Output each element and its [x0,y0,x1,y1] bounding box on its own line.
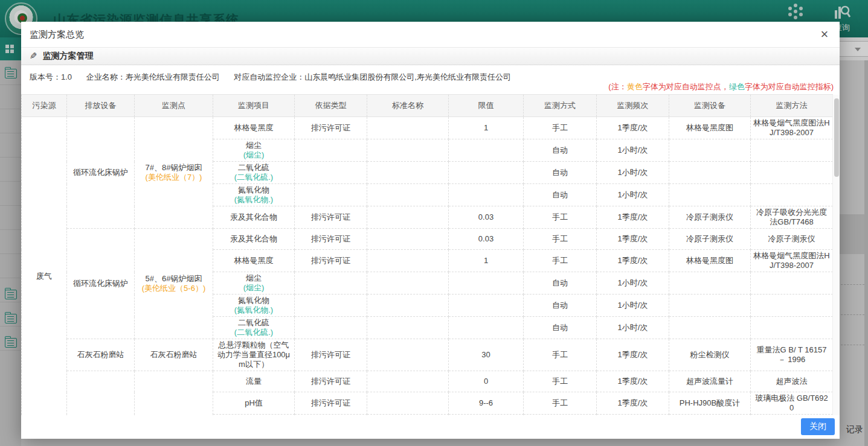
project-auto-ref: (烟尘) [216,283,292,293]
frequency-cell: 1季度/次 [597,371,669,392]
modal-footer: 关闭 [21,415,840,439]
project-cell: 林格曼黑度 [213,250,295,272]
close-icon[interactable]: × [817,27,832,42]
limit-cell [449,162,524,184]
device-cell [669,139,751,162]
project-name: 烟尘 [216,141,292,150]
table-row: 废气循环流化床锅炉7#、8#锅炉烟囱(美伦纸业（7）)林格曼黑度排污许可证1手工… [22,117,833,139]
plan-info-line: 版本号：1.0 企业名称：寿光美伦纸业有限责任公司 对应自动监控企业：山东晨鸣纸… [30,72,523,83]
mode-cell: 手工 [524,229,597,250]
section-title: 监测方案管理 [43,51,94,62]
frequency-cell: 1季度/次 [597,339,669,371]
table-scrollbar-track [832,95,840,415]
device-cell [669,184,751,206]
device-cell: 林格曼黑度图 [669,250,751,272]
standard-cell [367,162,449,184]
project-name: pH值 [216,398,292,408]
limit-cell: 0 [449,371,524,392]
project-auto-ref: (氮氧化物.) [216,305,292,315]
standard-cell [367,295,449,317]
source-cell: 废气 [22,117,67,416]
point-name: 5#、6#锅炉烟囱 [137,274,210,284]
project-cell: 二氧化硫(二氧化硫.) [213,162,295,184]
plan-info-area: 版本号：1.0 企业名称：寿光美伦纸业有限责任公司 对应自动监控企业：山东晨鸣纸… [21,65,840,94]
note-mid: 字体为对应自动监控点， [643,82,729,91]
frequency-cell: 1季度/次 [597,392,669,415]
standard-cell [367,229,449,250]
basis-cell: 排污许可证 [295,392,367,415]
project-cell: 林格曼黑度 [213,117,295,139]
mode-cell: 手工 [524,117,597,139]
project-name: 流量 [216,377,292,386]
device-cell: 超声波流量计 [669,371,751,392]
mode-cell: 自动 [524,295,597,317]
frequency-cell: 1小时/次 [597,139,669,162]
version-label: 版本号： [30,72,61,81]
note-suffix: 字体为对应自动监控指标) [745,82,834,91]
method-cell: 林格曼烟气黑度图法HJ/T398-2007 [751,250,833,272]
column-header: 限值 [449,95,524,117]
table-row: 流量排污许可证0手工1季度/次超声波流量计超声波法 [22,371,833,392]
project-name: 林格曼黑度 [216,123,292,133]
basis-cell: 排污许可证 [295,250,367,272]
column-header: 监测点 [135,95,213,117]
limit-cell [449,139,524,162]
equipment-cell: 循环流化床锅炉 [67,117,135,229]
method-cell: 重量法G B/ T 16157 － 1996 [751,339,833,371]
project-name: 总悬浮颗粒物（空气动力学当量直径100μm以下） [216,340,292,369]
device-cell [669,162,751,184]
project-cell: 汞及其化合物 [213,229,295,250]
point-cell: 5#、6#锅炉烟囱(美伦纸业（5-6）) [135,229,213,339]
note-green-word: 绿色 [729,82,745,91]
limit-cell [449,184,524,206]
frequency-cell: 1小时/次 [597,184,669,206]
basis-cell [295,139,367,162]
standard-cell [367,392,449,415]
method-cell: 林格曼烟气黑度图法HJ/T398-2007 [751,117,833,139]
plan-table-body: 废气循环流化床锅炉7#、8#锅炉烟囱(美伦纸业（7）)林格曼黑度排污许可证1手工… [22,117,833,416]
section-bar: ✎ 监测方案管理 [21,47,840,65]
mode-cell: 手工 [524,250,597,272]
project-name: 汞及其化合物 [216,234,292,244]
basis-cell: 排污许可证 [295,117,367,139]
column-header: 监测项目 [213,95,295,117]
limit-cell [449,295,524,317]
project-cell: 氮氧化物(氮氧化物.) [213,295,295,317]
project-cell: 氮氧化物(氮氧化物.) [213,184,295,206]
basis-cell [295,272,367,295]
column-header: 监测设备 [669,95,751,117]
frequency-cell: 1季度/次 [597,229,669,250]
monitoring-plan-modal: 监测方案总览 × ✎ 监测方案管理 版本号：1.0 企业名称：寿光美伦纸业有限责… [21,22,840,439]
standard-cell [367,339,449,371]
method-cell: 冷原子测汞仪 [751,229,833,250]
table-scrollbar-thumb[interactable] [834,98,839,177]
project-cell: 总悬浮颗粒物（空气动力学当量直径100μm以下） [213,339,295,371]
standard-cell [367,184,449,206]
project-cell: 流量 [213,371,295,392]
limit-cell: 0.03 [449,206,524,229]
method-cell: 冷原子吸收分光光度法GB/T7468 [751,206,833,229]
basis-cell: 排污许可证 [295,339,367,371]
color-legend-note: (注：黄色字体为对应自动监控点，绿色字体为对应自动监控指标) [608,81,834,92]
close-button[interactable]: 关闭 [801,418,835,435]
column-header: 监测方式 [524,95,597,117]
standard-cell [367,317,449,339]
project-name: 二氧化硫 [216,163,292,173]
point-cell: 石灰石粉磨站 [135,339,213,371]
project-name: 二氧化硫 [216,318,292,328]
table-header-row: 污染源排放设备监测点监测项目依据类型标准名称限值监测方式监测频次监测设备监测方法 [22,95,833,117]
limit-cell [449,317,524,339]
standard-cell [367,139,449,162]
method-cell [751,184,833,206]
mode-cell: 自动 [524,272,597,295]
auto-company-label: 对应自动监控企业： [234,72,304,81]
basis-cell: 排污许可证 [295,229,367,250]
limit-cell [449,272,524,295]
device-cell: 冷原子测汞仪 [669,206,751,229]
point-cell: 7#、8#锅炉烟囱(美伦纸业（7）) [135,117,213,229]
basis-cell [295,317,367,339]
point-name: 石灰石粉磨站 [137,350,210,360]
point-cell [135,371,213,416]
company-label: 企业名称： [86,72,126,81]
basis-cell [295,162,367,184]
